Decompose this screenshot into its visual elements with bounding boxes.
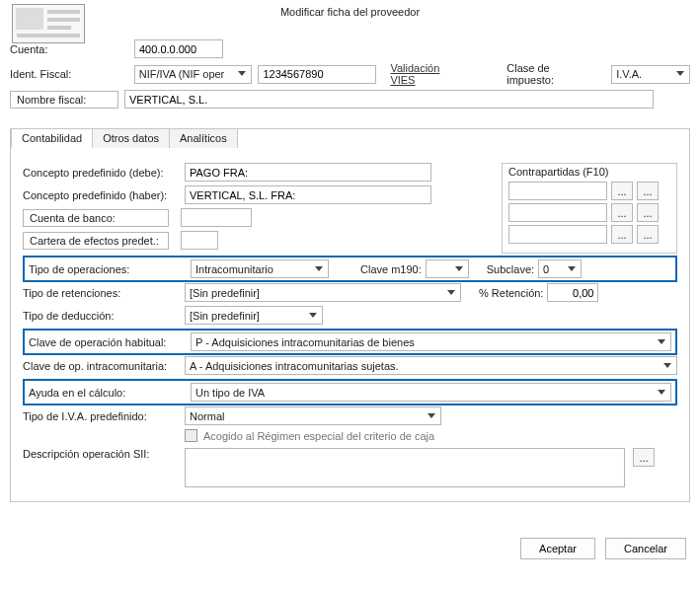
tab-contabilidad[interactable]: Contabilidad	[11, 128, 93, 148]
chevron-down-icon	[312, 266, 326, 272]
label-clave-op-intracom: Clave de op. intracomunitaria:	[23, 360, 181, 372]
label-acogido-regimen: Acogido al Régimen especial del criterio…	[203, 430, 434, 442]
button-contrapartida-3-extra[interactable]: ...	[637, 225, 659, 244]
select-clave-op-intracom[interactable]: A - Adquisiciones intracomunitarias suje…	[185, 356, 677, 375]
select-clave-m190[interactable]	[426, 259, 469, 278]
button-cuenta-banco[interactable]: Cuenta de banco:	[23, 209, 169, 227]
chevron-down-icon	[655, 339, 668, 345]
label-tipo-deduccion: Tipo de deducción:	[23, 310, 181, 322]
select-tipo-iva-predef-value: Normal	[190, 410, 224, 422]
select-ayuda-calculo-value: Un tipo de IVA	[195, 387, 265, 399]
chevron-down-icon	[655, 390, 668, 396]
link-validacion-vies[interactable]: Validación VIES	[390, 62, 467, 86]
select-ayuda-calculo[interactable]: Un tipo de IVA	[191, 383, 671, 402]
select-tipo-deduccion-value: [Sin predefinir]	[190, 310, 260, 322]
button-contrapartida-2-extra[interactable]: ...	[637, 203, 659, 222]
chevron-down-icon	[661, 363, 674, 369]
button-contrapartida-3-browse[interactable]: ...	[611, 225, 633, 244]
button-contrapartida-1-extra[interactable]: ...	[637, 182, 659, 200]
button-descripcion-sii-browse[interactable]: ...	[633, 448, 655, 467]
select-tipo-deduccion[interactable]: [Sin predefinir]	[185, 306, 323, 325]
select-subclave[interactable]: 0	[538, 259, 582, 278]
select-tipo-operaciones-value: Intracomunitario	[195, 263, 273, 275]
button-aceptar[interactable]: Aceptar	[520, 538, 595, 559]
input-contrapartida-1[interactable]	[508, 182, 607, 200]
select-clave-op-intracom-value: A - Adquisiciones intracomunitarias suje…	[190, 360, 399, 372]
select-ident-type-value: NIF/IVA (NIF oper	[139, 68, 225, 80]
select-subclave-value: 0	[543, 263, 549, 275]
input-cuenta-banco[interactable]	[181, 208, 252, 227]
tab-analiticos[interactable]: Analíticos	[169, 128, 238, 148]
label-ayuda-calculo: Ayuda en el cálculo:	[29, 387, 187, 399]
label-ident-fiscal: Ident. Fiscal:	[10, 68, 128, 80]
chevron-down-icon	[673, 71, 687, 77]
input-concepto-debe[interactable]	[185, 163, 431, 182]
button-contrapartida-1-browse[interactable]: ...	[611, 182, 633, 200]
input-ident-value[interactable]	[258, 65, 376, 84]
chevron-down-icon	[425, 413, 438, 419]
chevron-down-icon	[565, 266, 579, 272]
select-clave-op-habitual-value: P - Adquisiciones intracomunitarias de b…	[195, 336, 415, 348]
input-contrapartida-3[interactable]	[508, 225, 607, 244]
label-clave-op-habitual: Clave de operación habitual:	[29, 336, 187, 348]
tab-otros-datos[interactable]: Otros datos	[92, 128, 170, 148]
input-concepto-haber[interactable]	[185, 185, 431, 204]
button-cartera-efectos[interactable]: Cartera de efectos predet.:	[23, 232, 169, 250]
chevron-down-icon	[235, 71, 249, 77]
label-concepto-debe: Concepto predefinido (debe):	[23, 167, 181, 179]
select-tipo-operaciones[interactable]: Intracomunitario	[191, 259, 329, 278]
supplier-icon	[12, 4, 85, 43]
label-cuenta: Cuenta:	[10, 43, 128, 55]
button-contrapartida-2-browse[interactable]: ...	[611, 203, 633, 222]
textarea-descripcion-sii[interactable]	[185, 448, 625, 487]
select-ident-type[interactable]: NIF/IVA (NIF oper	[134, 65, 253, 84]
label-clase-impuesto: Clase de impuesto:	[506, 62, 599, 86]
label-pct-retencion: % Retención:	[479, 287, 543, 299]
label-subclave: Subclave:	[487, 263, 534, 275]
label-tipo-operaciones: Tipo de operaciones:	[29, 263, 187, 275]
label-concepto-haber: Concepto predefinido (haber):	[23, 189, 181, 201]
group-contrapartidas: Contrapartidas (F10) ... ... ... ... ...	[502, 163, 677, 254]
input-cartera-efectos[interactable]	[181, 231, 218, 250]
label-tipo-retenciones: Tipo de retenciones:	[23, 287, 181, 299]
input-cuenta[interactable]	[134, 39, 223, 58]
select-tipo-iva-predef[interactable]: Normal	[185, 406, 441, 425]
input-pct-retencion[interactable]	[547, 283, 598, 302]
window-title: Modificar ficha del proveedor	[10, 0, 690, 22]
chevron-down-icon	[444, 290, 458, 296]
select-clase-impuesto-value: I.V.A.	[616, 68, 642, 80]
label-nombre-fiscal[interactable]: Nombre fiscal:	[10, 91, 118, 109]
select-clase-impuesto[interactable]: I.V.A.	[611, 65, 690, 84]
select-tipo-retenciones-value: [Sin predefinir]	[190, 287, 260, 299]
select-tipo-retenciones[interactable]: [Sin predefinir]	[185, 283, 461, 302]
label-descripcion-sii: Descripción operación SII:	[23, 448, 181, 460]
label-contrapartidas: Contrapartidas (F10)	[508, 166, 670, 178]
input-nombre-fiscal[interactable]	[124, 90, 654, 109]
input-contrapartida-2[interactable]	[508, 203, 607, 222]
label-tipo-iva-predef: Tipo de I.V.A. predefinido:	[23, 410, 181, 422]
select-clave-op-habitual[interactable]: P - Adquisiciones intracomunitarias de b…	[191, 332, 671, 351]
label-clave-m190: Clave m190:	[360, 263, 422, 275]
chevron-down-icon	[452, 266, 466, 272]
chevron-down-icon	[306, 313, 320, 319]
button-cancelar[interactable]: Cancelar	[605, 538, 686, 559]
checkbox-acogido-regimen[interactable]	[185, 429, 197, 442]
